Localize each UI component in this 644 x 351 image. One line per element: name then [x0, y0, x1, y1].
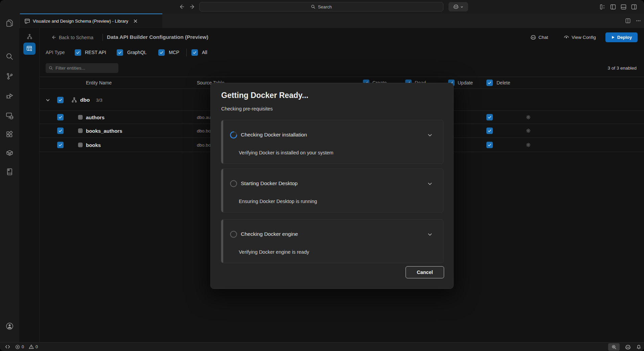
back-to-schema-link[interactable]: Back to Schema [59, 35, 93, 40]
cancel-button[interactable]: Cancel [406, 266, 444, 278]
step-accent-bar [221, 220, 223, 263]
title-bar: Search [0, 0, 644, 14]
graphql-label: GraphQL [127, 50, 147, 55]
copilot-status-icon[interactable] [625, 344, 631, 350]
explorer-icon[interactable] [5, 19, 14, 27]
back-arrow-icon[interactable] [51, 34, 56, 40]
account-icon[interactable] [5, 322, 14, 330]
entity-name: books [86, 142, 101, 148]
chat-label: Chat [538, 35, 548, 40]
filter-search-icon [49, 66, 53, 70]
enabled-summary: 3 of 3 enabled [575, 66, 637, 71]
table-grid-icon [78, 142, 83, 147]
mcp-checkbox[interactable] [158, 49, 165, 56]
row-settings-gear-icon[interactable] [526, 115, 531, 120]
containers-icon[interactable] [5, 149, 14, 157]
row-settings-gear-icon[interactable] [526, 142, 531, 148]
warnings-status[interactable]: 0 [29, 344, 38, 349]
step-checking-docker-installation: Checking Docker installation Verifying D… [221, 120, 443, 164]
source-control-icon[interactable] [5, 72, 14, 80]
chevron-down-icon[interactable] [427, 132, 433, 138]
step-checking-docker-engine: Checking Docker engine Verifying Docker … [221, 219, 443, 263]
remote-explorer-icon[interactable] [5, 111, 14, 120]
step-accent-bar [221, 169, 223, 212]
search-view-icon[interactable] [5, 52, 14, 61]
zoom-status-button[interactable] [608, 343, 620, 351]
getting-docker-ready-dialog: Getting Docker Ready... Checking pre-req… [210, 83, 454, 289]
chevron-down-icon[interactable] [427, 181, 433, 187]
copilot-menu-button[interactable] [448, 2, 468, 11]
toggle-panel-icon[interactable] [620, 4, 627, 10]
row-delete-checkbox[interactable] [486, 142, 493, 148]
expand-chevron-icon[interactable] [45, 97, 50, 102]
customize-layout-icon[interactable] [599, 4, 606, 10]
table-grid-icon [78, 115, 83, 120]
view-config-button[interactable]: View Config [564, 34, 596, 40]
header-divider [102, 34, 103, 41]
graphql-checkbox[interactable] [117, 49, 123, 56]
toggle-primary-sidebar-icon[interactable] [610, 4, 616, 10]
col-delete: Delete [497, 80, 510, 85]
schema-diagram-view-icon[interactable] [27, 34, 32, 40]
dbo-group-checkbox[interactable] [57, 97, 64, 103]
pending-circle-icon [230, 180, 237, 187]
nav-back-icon[interactable] [178, 3, 185, 10]
page-title: Data API Builder Configuration (Preview) [107, 34, 208, 40]
row-enabled-checkbox[interactable] [57, 142, 64, 148]
chevron-down-icon[interactable] [427, 231, 433, 237]
row-enabled-checkbox[interactable] [57, 114, 64, 121]
tab-visualize-design-schema[interactable]: Visualize and Design Schema (Preview) - … [20, 14, 162, 28]
errors-status[interactable]: 0 [15, 345, 24, 349]
eye-icon [564, 34, 569, 40]
notifications-bell-icon[interactable] [636, 345, 641, 350]
zoom-in-icon [612, 345, 617, 350]
row-enabled-checkbox[interactable] [57, 128, 64, 134]
mcp-label: MCP [169, 50, 179, 55]
dialog-title: Getting Docker Ready... [221, 91, 308, 100]
col-entity-name: Entity Name [86, 80, 112, 85]
delete-all-checkbox[interactable] [486, 80, 493, 86]
activity-bar [0, 14, 19, 342]
rest-api-checkbox[interactable] [75, 49, 81, 56]
row-settings-gear-icon[interactable] [526, 128, 531, 133]
row-delete-checkbox[interactable] [486, 114, 493, 121]
tab-title: Visualize and Design Schema (Preview) - … [33, 19, 128, 24]
extensions-icon[interactable] [5, 130, 14, 139]
step-accent-bar [221, 120, 223, 164]
data-api-builder-view-button[interactable] [23, 43, 36, 55]
pending-circle-icon [230, 230, 237, 238]
row-delete-checkbox[interactable] [486, 128, 493, 134]
schema-hierarchy-icon [71, 97, 77, 103]
screenshot-root: Search [0, 0, 644, 351]
more-actions-icon[interactable] [636, 18, 641, 24]
group-name: dbo [80, 97, 90, 103]
warning-icon [29, 344, 34, 349]
error-count: 0 [22, 345, 24, 349]
deploy-button[interactable]: Deploy [605, 32, 638, 42]
all-checkbox[interactable] [191, 49, 198, 56]
step-description: Verifying Docker is installed on your sy… [239, 150, 334, 155]
status-bar: 0 0 [0, 342, 644, 351]
chat-button[interactable]: Chat [530, 34, 548, 40]
all-label: All [202, 50, 207, 55]
copilot-icon [453, 4, 459, 9]
filter-entities-input[interactable] [55, 66, 115, 71]
api-type-divider [186, 49, 187, 56]
dialog-subtitle: Checking pre-requisites [221, 106, 273, 111]
remote-indicator-icon[interactable] [5, 345, 10, 349]
split-editor-icon[interactable] [625, 18, 631, 24]
chevron-down-icon [460, 5, 463, 8]
search-label: Search [318, 4, 332, 9]
play-icon [611, 35, 615, 39]
toggle-secondary-sidebar-icon[interactable] [631, 4, 637, 10]
database-projects-icon[interactable] [5, 168, 14, 176]
run-and-debug-icon[interactable] [5, 92, 14, 100]
entity-name: authors [86, 115, 105, 120]
vscode-window: Search [0, 0, 644, 351]
filter-entities-box [46, 63, 118, 73]
designer-view-rail [19, 28, 40, 342]
deploy-label: Deploy [617, 35, 632, 40]
command-search-box[interactable]: Search [199, 2, 443, 11]
tab-close-icon[interactable] [133, 19, 138, 24]
nav-forward-icon[interactable] [189, 3, 196, 10]
